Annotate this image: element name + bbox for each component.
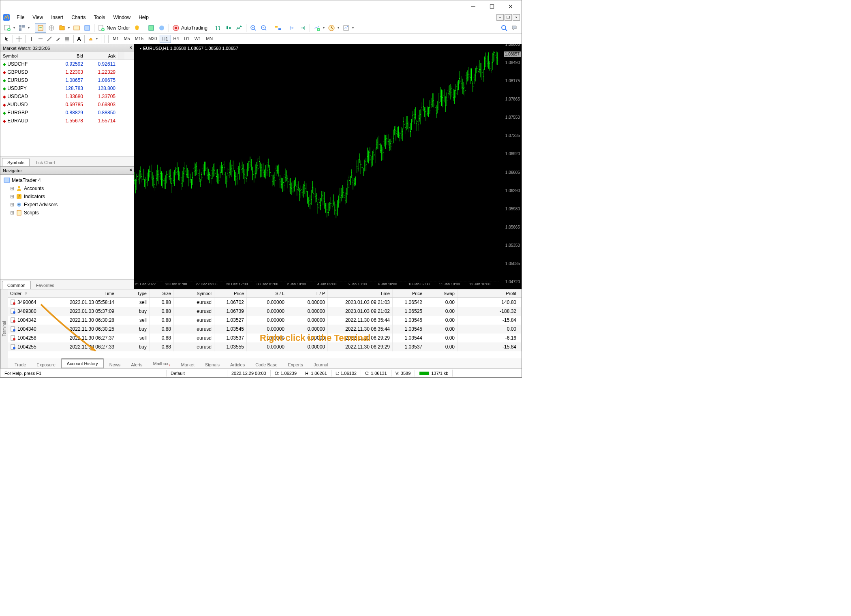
line-chart-button[interactable] [234,23,244,33]
terminal-tab-mailbox[interactable]: Mailbox7 [148,359,175,369]
th-time2[interactable]: Time [328,289,393,297]
order-row[interactable]: 34900642023.01.03 05:58:14sell0.88eurusd… [8,298,522,307]
th-size[interactable]: Size [150,289,174,297]
mw-row-audusd[interactable]: ◆ AUDUSD0.697850.69803 [0,101,134,109]
zoom-out-button[interactable] [259,23,269,33]
order-row[interactable]: 10043402022.11.30 06:30:25buy0.88eurusd1… [8,325,522,334]
profiles-button[interactable]: ▾ [17,23,31,33]
order-row[interactable]: 10042582022.11.30 06:27:37sell0.88eurusd… [8,334,522,342]
expert-advisors-button[interactable] [146,23,156,33]
fibonacci-button[interactable] [63,34,72,44]
window-minimize-button[interactable] [464,1,483,12]
timeframe-mn[interactable]: MN [203,35,215,43]
tester-toggle[interactable] [82,23,92,33]
terminal-tab-market[interactable]: Market [175,360,200,369]
vertical-line-button[interactable] [27,34,36,44]
equidistant-button[interactable] [54,34,63,44]
chart-canvas[interactable] [134,51,499,282]
mql-community-button[interactable] [509,23,520,33]
mw-col-ask[interactable]: Ask [86,52,118,60]
menu-file[interactable]: File [13,13,28,22]
horizontal-line-button[interactable] [36,34,45,44]
timeframe-m15[interactable]: M15 [133,35,146,43]
trendline-button[interactable] [45,34,54,44]
periods-button[interactable]: ▾ [326,23,341,33]
navigator-toggle[interactable]: ▾ [57,23,71,33]
chart-shift-end-button[interactable] [297,23,308,33]
window-maximize-button[interactable] [483,1,501,12]
menu-window[interactable]: Window [109,13,135,22]
menu-tools[interactable]: Tools [90,13,109,22]
timeframe-d1[interactable]: D1 [182,35,192,43]
tab-common[interactable]: Common [2,281,31,289]
terminal-tab-account-history[interactable]: Account History [61,358,104,369]
mw-row-eurgbp[interactable]: ◆ EURGBP0.888290.88850 [0,109,134,117]
navigator-header[interactable]: Navigator × [0,167,134,175]
zoom-in-button[interactable] [248,23,259,33]
mdi-restore[interactable]: ❐ [505,14,512,21]
candlestick-button[interactable] [223,23,234,33]
terminal-tab-alerts[interactable]: Alerts [126,360,148,369]
order-row[interactable]: 10043422022.11.30 06:30:28sell0.88eurusd… [8,316,522,325]
terminal-tab-articles[interactable]: Articles [225,360,250,369]
market-watch-toggle[interactable] [35,23,46,33]
th-order[interactable]: Order▽ [8,289,52,297]
tab-tick-chart[interactable]: Tick Chart [30,158,60,167]
th-type[interactable]: Type [117,289,150,297]
options-button[interactable] [156,23,167,33]
terminal-tab-news[interactable]: News [104,360,126,369]
tree-expert-advisors[interactable]: ⊞Expert Advisors [2,201,132,209]
timeframe-h1[interactable]: H1 [160,35,171,43]
chart-shift-button[interactable] [287,23,297,33]
cursor-button[interactable] [2,34,11,44]
arrows-button[interactable]: ▾ [86,34,99,44]
terminal-toggle[interactable] [71,23,82,33]
market-watch-header[interactable]: Market Watch: 02:25:06 × [0,44,134,52]
search-button[interactable] [499,23,509,33]
th-tp[interactable]: T / P [287,289,328,297]
menu-help[interactable]: Help [135,13,153,22]
terminal-tab-signals[interactable]: Signals [200,360,225,369]
th-price[interactable]: Price [214,289,247,297]
mdi-close[interactable]: × [513,14,520,21]
timeframe-w1[interactable]: W1 [192,35,204,43]
terminal-tab-experts[interactable]: Experts [283,360,308,369]
menu-view[interactable]: View [28,13,47,22]
th-swap[interactable]: Swap [425,289,458,297]
autotrading-button[interactable]: AutoTrading [171,23,209,33]
th-time[interactable]: Time [52,289,117,297]
tab-favorites[interactable]: Favorites [31,281,60,289]
data-window-toggle[interactable] [46,23,57,33]
chart-area[interactable]: ▾EURUSD,H1 1.08588 1.08657 1.08568 1.086… [134,44,522,289]
mw-row-usdchf[interactable]: ◆ USDCHF0.925920.92611 [0,60,134,68]
text-button[interactable]: A [75,34,83,44]
tree-accounts[interactable]: ⊞Accounts [2,184,132,192]
timeframe-m1[interactable]: M1 [110,35,121,43]
order-row[interactable]: 34893802023.01.03 05:37:09buy0.88eurusd1… [8,307,522,316]
menu-insert[interactable]: Insert [47,13,67,22]
tree-scripts[interactable]: ⊞Scripts [2,209,132,217]
mw-row-usdjpy[interactable]: ◆ USDJPY128.783128.800 [0,84,134,92]
auto-scroll-button[interactable] [273,23,283,33]
th-profit[interactable]: Profit [458,289,522,297]
terminal-tab-code-base[interactable]: Code Base [250,360,282,369]
mw-col-bid[interactable]: Bid [53,52,86,60]
templates-button[interactable]: ▾ [341,23,355,33]
menu-charts[interactable]: Charts [67,13,90,22]
th-symbol[interactable]: Symbol [174,289,214,297]
terminal-tab-journal[interactable]: Journal [308,360,334,369]
terminal-tab-trade[interactable]: Trade [9,360,31,369]
timeframe-m5[interactable]: M5 [121,35,132,43]
navigator-close[interactable]: × [130,167,132,172]
new-chart-button[interactable]: ▾ [2,23,17,33]
terminal-tab-exposure[interactable]: Exposure [31,360,60,369]
mw-row-euraud[interactable]: ◆ EURAUD1.556781.55714 [0,117,134,125]
mw-row-eurusd[interactable]: ◆ EURUSD1.086571.08675 [0,76,134,84]
new-order-button[interactable]: New Order [96,23,132,33]
bar-chart-button[interactable] [213,23,223,33]
indicators-button[interactable]: ▾ [312,23,326,33]
tree-root[interactable]: MetaTrader 4 [2,176,132,184]
th-price2[interactable]: Price [393,289,425,297]
th-sl[interactable]: S / L [247,289,287,297]
order-row[interactable]: 10042552022.11.30 06:27:33buy0.88eurusd1… [8,342,522,351]
